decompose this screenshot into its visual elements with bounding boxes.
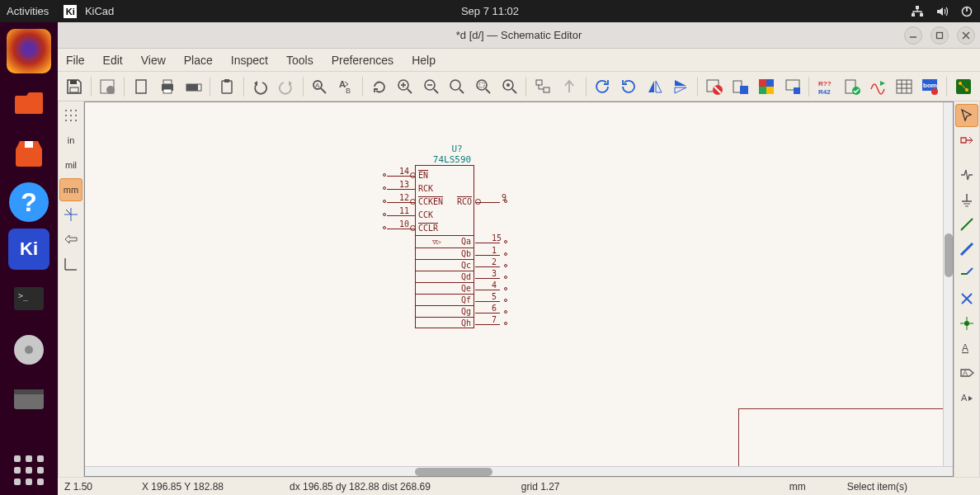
svg-line-90 [961,243,973,255]
volume-icon[interactable] [935,5,949,18]
mirror-v-icon[interactable] [667,73,694,100]
menu-view[interactable]: View [141,54,166,67]
svg-rect-0 [916,6,919,9]
add-bus-entry-icon[interactable] [955,262,978,285]
sym-browser-icon[interactable] [753,73,780,100]
hidden-pins-icon[interactable] [59,228,82,251]
grid-toggle-icon[interactable] [59,104,82,127]
menu-help[interactable]: Help [412,54,436,67]
h-scrollbar[interactable] [85,466,953,476]
fields-editor-icon[interactable] [891,73,917,100]
add-junction-icon[interactable] [955,312,978,335]
dock-app[interactable] [7,379,51,423]
svg-text:B: B [346,87,351,95]
replace-icon[interactable]: AB [332,73,359,100]
units-mm-button[interactable]: mm [59,178,82,201]
print-icon[interactable] [154,73,181,100]
zoom-out-icon[interactable] [418,73,445,100]
save-icon[interactable] [61,73,87,100]
zoom-object-icon[interactable] [497,73,523,100]
zoom-fit-icon[interactable] [445,73,471,100]
add-wire-icon[interactable] [955,213,978,236]
dock-kicad[interactable]: Ki [8,229,49,270]
undo-icon[interactable] [247,73,274,100]
activities-button[interactable]: Activities [7,5,49,17]
add-power-icon[interactable] [955,188,978,211]
svg-rect-56 [766,87,774,94]
menu-tools[interactable]: Tools [286,54,313,67]
select-tool-icon[interactable] [955,104,978,127]
dock-help[interactable]: ? [9,182,49,222]
svg-point-80 [65,120,67,121]
network-icon[interactable] [911,5,924,18]
schematic-symbol[interactable]: U? 74LS590 14EN13RCK12CCKEN11CCK10CCLR R… [382,144,474,328]
rotate-ccw-icon[interactable] [590,73,616,100]
v-scrollbar[interactable] [943,102,953,466]
sym-editor-icon[interactable] [728,73,754,100]
svg-rect-25 [224,79,229,82]
add-hier-label-icon[interactable]: A [955,386,978,409]
footprint-assign-icon[interactable] [780,73,806,100]
menu-place[interactable]: Place [184,54,213,67]
menu-inspect[interactable]: Inspect [231,54,268,67]
dock-firefox[interactable] [7,29,51,73]
clock[interactable]: Sep 7 11:02 [461,5,519,17]
titlebar[interactable]: *d [d/] — Schematic Editor [58,22,980,49]
add-label-icon[interactable]: A [955,337,978,360]
status-xy: X 196.85 Y 182.88 [142,481,224,493]
zoom-selection-icon[interactable] [470,73,497,100]
find-icon[interactable]: A [307,73,333,100]
right-toolbar: A A A [954,101,980,477]
maximize-button[interactable] [931,26,949,45]
canvas[interactable]: U? 74LS590 14EN13RCK12CCKEN11CCK10CCLR R… [84,101,954,477]
close-button[interactable] [957,26,975,45]
power-icon[interactable] [960,5,973,18]
dock-terminal[interactable]: >_ [7,276,51,321]
leave-sheet-icon[interactable] [556,73,582,100]
mirror-h-icon[interactable] [642,73,668,100]
pcb-editor-icon[interactable] [950,73,977,100]
add-symbol-icon[interactable] [955,163,978,186]
svg-text:A: A [962,342,968,354]
hierarchy-nav-icon[interactable] [530,73,556,100]
bom-icon[interactable]: bom [917,73,944,100]
highlight-net-icon[interactable] [955,129,978,152]
menu-edit[interactable]: Edit [103,54,123,67]
no-connect-icon[interactable] [955,287,978,310]
page-settings-icon[interactable] [128,73,154,100]
minimize-button[interactable] [904,26,922,45]
svg-point-9 [25,346,33,354]
refresh-icon[interactable] [366,73,393,100]
add-global-label-icon[interactable]: A [955,361,978,384]
dock-disk[interactable] [7,328,51,372]
active-app-indicator[interactable]: Ki KiCad [64,5,114,18]
svg-point-78 [70,115,72,116]
show-applications[interactable] [14,455,44,485]
redo-icon[interactable] [273,73,299,100]
units-in-button[interactable]: in [59,129,82,152]
status-units: mm [789,481,806,493]
schematic-setup-icon[interactable] [95,73,121,100]
svg-rect-54 [766,79,774,87]
erc-check-icon[interactable] [839,73,865,100]
rotate-cw-icon[interactable] [615,73,642,100]
dock-files[interactable] [7,80,51,125]
units-mil-button[interactable]: mil [59,153,82,177]
svg-text:>_: >_ [18,291,29,301]
svg-rect-52 [740,86,748,94]
dock: ? Ki >_ [0,22,58,495]
svg-text:A: A [315,82,320,89]
svg-line-89 [961,219,973,230]
zoom-in-icon[interactable] [392,73,418,100]
free-angle-icon[interactable] [59,252,82,276]
menu-file[interactable]: File [66,54,85,67]
paste-icon[interactable] [214,73,240,100]
dock-software[interactable] [7,131,51,176]
erc-icon[interactable] [701,73,728,100]
menu-preferences[interactable]: Preferences [332,54,393,67]
cursor-shape-icon[interactable] [59,203,82,226]
annotate-icon[interactable]: R??R42 [813,73,839,100]
add-bus-icon[interactable] [955,238,978,261]
simulator-icon[interactable] [865,73,891,100]
plot-icon[interactable] [180,73,206,100]
